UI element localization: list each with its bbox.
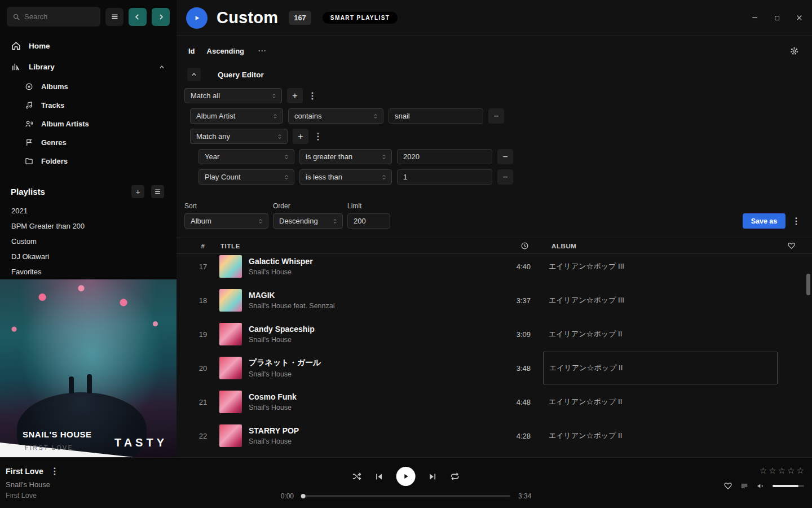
album-cell[interactable]: エイリアン☆ポップ II (549, 386, 778, 418)
add-rule-button[interactable]: + (287, 88, 303, 103)
sidebar-item-tracks[interactable]: Tracks (0, 96, 176, 115)
volume-icon[interactable] (756, 481, 765, 491)
rule-operator-select[interactable]: is less than (299, 169, 392, 185)
rule-value-input[interactable] (397, 169, 492, 185)
rule-menu-icon[interactable]: ⋮ (308, 90, 316, 101)
more-options-icon[interactable]: ⋯ (258, 46, 267, 56)
rule-value-input[interactable] (397, 149, 492, 164)
track-row[interactable]: 18 MAGIK Snail's House feat. Sennzai 3:3… (176, 283, 812, 317)
home-icon (11, 41, 21, 51)
album-cell[interactable]: エイリアン☆ポップ II (543, 352, 778, 384)
settings-gear-icon[interactable] (789, 46, 799, 56)
sidebar-item-library[interactable]: Library (0, 56, 176, 77)
chevron-right-icon (157, 13, 165, 21)
shuffle-button[interactable] (352, 471, 362, 481)
flag-icon (25, 138, 33, 147)
track-row[interactable]: 22 STARRY POP Snail's House 4:28 エイリアン☆ポ… (176, 419, 812, 453)
star-icon[interactable]: ☆ (760, 466, 767, 476)
rule-menu-icon[interactable]: ⋮ (314, 131, 321, 142)
queue-icon[interactable] (740, 481, 749, 491)
playlist-item[interactable]: BPM Greater than 200 (0, 218, 176, 234)
forward-button[interactable] (152, 8, 170, 26)
save-menu-icon[interactable]: ⋮ (792, 216, 800, 226)
rule-operator-select[interactable]: contains (288, 108, 383, 124)
sort-field-button[interactable]: Id (188, 47, 195, 55)
sidebar-item-albums[interactable]: Albums (0, 77, 176, 96)
select-value: is greater than (306, 152, 352, 161)
rule-value-input[interactable] (389, 108, 483, 124)
column-album[interactable]: ALBUM (551, 243, 577, 249)
library-icon (11, 62, 21, 72)
track-row[interactable]: 17 Galactic Whisper Snail's House 4:40 エ… (176, 254, 812, 283)
minimize-button[interactable] (751, 14, 758, 21)
select-value: is less than (306, 173, 342, 181)
playlist-item[interactable]: DJ Okawari (0, 249, 176, 264)
sidebar-item-folders[interactable]: Folders (0, 152, 176, 170)
rule-operator-select[interactable]: is greater than (299, 149, 392, 164)
track-menu-icon[interactable]: ⋮ (50, 466, 58, 476)
play-playlist-button[interactable] (186, 7, 208, 29)
album-cell[interactable]: エイリアン☆ポップ II (549, 419, 778, 452)
track-count-badge: 167 (289, 11, 311, 25)
play-pause-button[interactable] (396, 467, 416, 486)
limit-input[interactable] (347, 213, 390, 229)
sort-select[interactable]: Album (184, 213, 268, 229)
playlist-options-button[interactable] (151, 185, 164, 198)
root-match-select[interactable]: Match all (184, 88, 282, 103)
volume-slider[interactable] (773, 485, 804, 487)
favorite-heart-icon[interactable] (723, 481, 732, 491)
sidebar-item-label: Albums (41, 82, 68, 91)
list-icon (154, 188, 161, 195)
seek-handle[interactable] (301, 494, 306, 498)
sidebar-item-home[interactable]: Home (0, 36, 176, 56)
now-playing-album[interactable]: First Love (6, 492, 58, 500)
previous-button[interactable] (374, 472, 384, 481)
now-playing-artist[interactable]: Snail's House (6, 480, 58, 489)
duration-clock-icon[interactable] (520, 242, 529, 250)
menu-button[interactable] (105, 8, 123, 26)
add-rule-button[interactable]: + (293, 129, 308, 144)
playlist-item[interactable]: 2021 (0, 203, 176, 218)
column-title[interactable]: TITLE (220, 243, 240, 249)
back-button[interactable] (129, 8, 147, 26)
collapse-query-editor-button[interactable] (187, 68, 201, 81)
album-cell[interactable]: エイリアン☆ポップ II (549, 318, 778, 351)
close-button[interactable] (796, 14, 803, 21)
search-input[interactable] (24, 12, 95, 21)
remove-rule-button[interactable]: − (497, 149, 513, 164)
group-match-select[interactable]: Match any (190, 129, 288, 144)
star-icon[interactable]: ☆ (778, 466, 785, 476)
save-as-button[interactable]: Save as (743, 213, 785, 229)
track-row[interactable]: 21 Cosmo Funk Snail's House 4:48 エイリアン☆ポ… (176, 385, 812, 419)
vertical-scrollbar[interactable] (806, 274, 810, 295)
star-icon[interactable]: ☆ (769, 466, 776, 476)
add-playlist-button[interactable]: + (131, 185, 144, 198)
track-row[interactable]: 19 Candy Spaceship Snail's House 3:09 エイ… (176, 317, 812, 351)
now-playing-artwork[interactable]: SNAIL'S HOUSE FIRST LOVE TASTY (0, 279, 176, 457)
favorite-column-icon[interactable] (787, 242, 796, 250)
player-right-controls: ☆ ☆ ☆ ☆ ☆ (723, 466, 804, 491)
sidebar-item-genres[interactable]: Genres (0, 133, 176, 152)
playlist-item[interactable]: Custom (0, 234, 176, 249)
star-icon[interactable]: ☆ (787, 466, 795, 476)
rule-field-select[interactable]: Album Artist (190, 108, 283, 124)
seek-bar[interactable] (302, 495, 510, 497)
album-cell[interactable]: エイリアン☆ポップ III (549, 254, 778, 283)
repeat-button[interactable] (450, 471, 460, 481)
playlist-item[interactable]: Favorites (0, 264, 176, 279)
now-playing-title[interactable]: First Love (6, 467, 43, 476)
remove-rule-button[interactable]: − (488, 108, 504, 124)
remove-rule-button[interactable]: − (497, 169, 513, 185)
track-list: 17 Galactic Whisper Snail's House 4:40 エ… (176, 254, 812, 453)
next-button[interactable] (428, 472, 438, 481)
rule-field-select[interactable]: Play Count (198, 169, 294, 185)
sidebar-item-album-artists[interactable]: Album Artists (0, 115, 176, 133)
star-icon[interactable]: ☆ (797, 466, 804, 476)
track-row[interactable]: 20 プラネット・ガール Snail's House 3:48 エイリアン☆ポッ… (176, 351, 812, 385)
order-select[interactable]: Descending (273, 213, 343, 229)
album-cell[interactable]: エイリアン☆ポップ III (549, 284, 778, 317)
search-box[interactable] (7, 7, 100, 27)
maximize-button[interactable] (774, 15, 780, 21)
sort-direction-button[interactable]: Ascending (207, 47, 244, 55)
rule-field-select[interactable]: Year (198, 149, 294, 164)
